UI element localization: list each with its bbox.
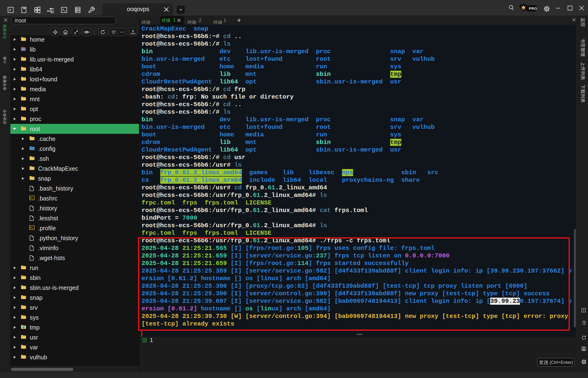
svg-text:PRO: PRO bbox=[529, 6, 537, 10]
